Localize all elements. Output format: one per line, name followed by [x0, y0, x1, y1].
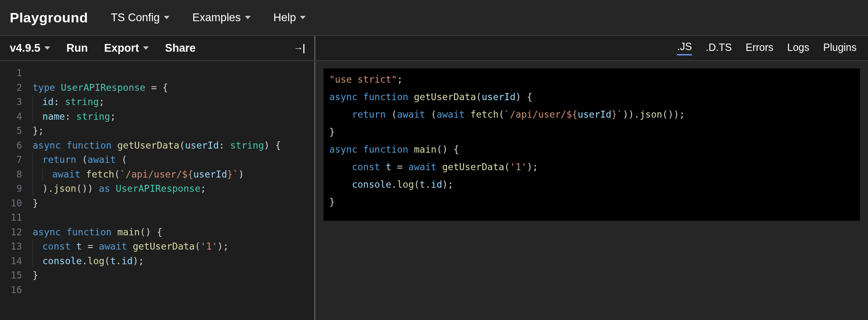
tab-logs[interactable]: Logs — [787, 42, 809, 55]
line-number: 5 — [0, 124, 22, 138]
code-line: async function main() { — [33, 225, 314, 240]
line-number: 16 — [0, 283, 22, 298]
line-number: 10 — [0, 196, 22, 211]
line-number: 12 — [0, 225, 22, 240]
brand-title: Playground — [10, 10, 88, 26]
version-selector[interactable]: v4.9.5 — [10, 42, 50, 55]
tab-plugins[interactable]: Plugins — [823, 42, 857, 55]
chevron-down-icon — [300, 16, 306, 19]
chevron-down-icon — [164, 16, 170, 19]
menu-ts-config[interactable]: TS Config — [111, 11, 170, 24]
toolbar-left: v4.9.5 Run Export Share →| — [0, 36, 315, 60]
code-line: type UserAPIResponse = { — [33, 81, 314, 95]
line-number: 6 — [0, 138, 22, 153]
line-number: 15 — [0, 268, 22, 283]
export-button[interactable]: Export — [104, 42, 149, 55]
tab-errors[interactable]: Errors — [746, 42, 773, 55]
tab-dts[interactable]: .D.TS — [706, 42, 732, 55]
code-line: } — [329, 123, 854, 141]
toolbar: v4.9.5 Run Export Share →| .JS .D.TS Err… — [0, 35, 868, 61]
share-button[interactable]: Share — [165, 42, 196, 55]
line-number: 3 — [0, 95, 22, 110]
code-line: async function main() { — [329, 141, 854, 158]
code-line: "use strict"; — [329, 71, 854, 88]
code-line: return (await (await fetch(`/api/user/${… — [329, 106, 854, 123]
chevron-down-icon — [44, 46, 50, 50]
code-line: }; — [33, 124, 314, 138]
top-nav: Playground TS Config Examples Help — [0, 0, 868, 35]
tab-js[interactable]: .JS — [677, 41, 692, 55]
code-line: } — [33, 268, 314, 283]
editor-pane[interactable]: 12345678910111213141516 type UserAPIResp… — [0, 61, 315, 320]
export-label: Export — [104, 42, 139, 55]
code-line: } — [329, 193, 854, 211]
chevron-down-icon — [245, 16, 251, 19]
code-line — [33, 210, 314, 225]
output-pane: "use strict";async function getUserData(… — [315, 61, 868, 320]
code-line: async function getUserData(userId) { — [329, 88, 854, 106]
share-label: Share — [165, 42, 196, 55]
run-button[interactable]: Run — [66, 42, 88, 55]
output-tabs: .JS .D.TS Errors Logs Plugins — [315, 36, 868, 60]
code-line: name: string; — [33, 110, 314, 124]
code-line — [33, 66, 314, 81]
code-line: return (await ( — [33, 153, 314, 167]
code-line: console.log(t.id); — [33, 254, 314, 269]
line-number: 11 — [0, 210, 22, 225]
line-gutter: 12345678910111213141516 — [0, 61, 28, 320]
menu-help-label: Help — [273, 11, 296, 24]
menu-help[interactable]: Help — [273, 11, 306, 24]
code-line: await fetch(`/api/user/${userId}`) — [33, 167, 314, 182]
menu-examples-label: Examples — [192, 11, 241, 24]
line-number: 9 — [0, 182, 22, 196]
code-line: async function getUserData(userId: strin… — [33, 138, 314, 153]
main-split: 12345678910111213141516 type UserAPIResp… — [0, 61, 868, 320]
version-label: v4.9.5 — [10, 42, 40, 55]
line-number: 1 — [0, 66, 22, 81]
code-line: } — [33, 196, 314, 211]
indent-to-end-icon[interactable]: →| — [293, 42, 304, 54]
code-line: id: string; — [33, 95, 314, 110]
chevron-down-icon — [143, 46, 149, 50]
code-line: const t = await getUserData('1'); — [329, 158, 854, 176]
line-number: 2 — [0, 81, 22, 95]
code-line: console.log(t.id); — [329, 176, 854, 193]
line-number: 14 — [0, 254, 22, 269]
code-line — [33, 283, 314, 298]
code-area[interactable]: type UserAPIResponse = {id: string;name:… — [28, 61, 314, 320]
line-number: 7 — [0, 153, 22, 167]
line-number: 4 — [0, 110, 22, 124]
code-line: ).json()) as UserAPIResponse; — [33, 182, 314, 196]
run-label: Run — [66, 42, 88, 55]
menu-examples[interactable]: Examples — [192, 11, 251, 24]
js-output[interactable]: "use strict";async function getUserData(… — [324, 68, 860, 221]
line-number: 8 — [0, 167, 22, 182]
menu-ts-config-label: TS Config — [111, 11, 160, 24]
line-number: 13 — [0, 239, 22, 254]
code-line: const t = await getUserData('1'); — [33, 239, 314, 254]
